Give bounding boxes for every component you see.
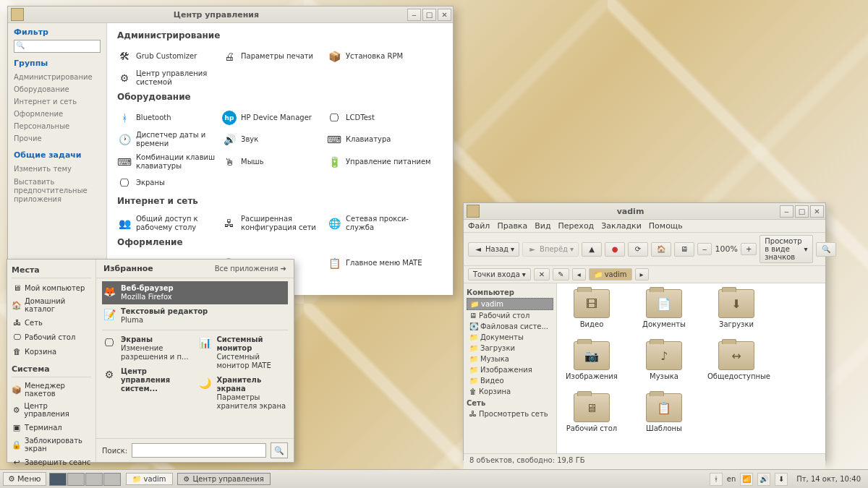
folder-downloads[interactable]: ⬇Загрузки (707, 289, 765, 328)
place-network[interactable]: 🖧Просмотреть сеть (467, 408, 553, 419)
menu-go[interactable]: Переход (558, 221, 595, 231)
cc-item-syscenter[interactable]: ⚙Центр управления системой (117, 69, 222, 86)
group-item[interactable]: Прочие (14, 132, 101, 145)
cc-item-sound[interactable]: 🔊Звук (222, 131, 327, 147)
folder-pictures[interactable]: 📷Изображения (563, 341, 621, 380)
workspace-switcher[interactable] (49, 473, 122, 486)
menu-file[interactable]: Файл (468, 221, 490, 231)
place-computer[interactable]: 🖥Мой компьютер (12, 281, 91, 295)
maximize-button[interactable]: □ (795, 205, 809, 218)
tray-bluetooth-icon[interactable]: ᚼ (710, 473, 723, 486)
cc-item-proxy[interactable]: 🌐Сетевая прокси-служба (327, 215, 432, 231)
folder-documents[interactable]: 📄Документы (635, 289, 693, 328)
view-mode-select[interactable]: Просмотр в виде значков ▾ (760, 235, 812, 263)
cc-item-mouse[interactable]: 🖱Мышь (222, 153, 327, 170)
folder-videos[interactable]: 🎞Видео (563, 289, 621, 328)
minimize-button[interactable]: ‒ (407, 9, 421, 21)
cc-item-main-menu[interactable]: 📋Главное меню MATE (327, 256, 432, 270)
back-button[interactable]: ◄Назад ▾ (468, 242, 519, 257)
place-home[interactable]: 🏠Домашний каталог (12, 295, 91, 315)
cc-item-net-config[interactable]: 🖧Расширенная конфигурация сети (222, 215, 327, 231)
group-item[interactable]: Оборудование (14, 83, 101, 95)
task-vadim[interactable]: 📁vadim (126, 473, 173, 485)
stop-button[interactable]: ● (605, 242, 625, 257)
clock[interactable]: Пт, 14 окт, 10:40 (792, 475, 865, 483)
place-trash[interactable]: 🗑Корзина (12, 344, 91, 359)
menu-button[interactable]: ⚙Меню (3, 472, 46, 486)
reload-button[interactable]: ⟳ (628, 242, 648, 257)
sys-lock[interactable]: 🔒Заблокировать экран (12, 435, 91, 455)
folder-templates[interactable]: 📋Шаблоны (635, 393, 693, 432)
sys-packages[interactable]: 📦Менеджер пакетов (12, 380, 91, 400)
computer-button[interactable]: 🖥 (674, 242, 694, 257)
workspace-4[interactable] (103, 473, 121, 486)
app-firefox[interactable]: 🦊 Веб-браузерMozilla Firefox (102, 281, 288, 304)
zoom-in-button[interactable]: + (741, 243, 757, 255)
zoom-out-button[interactable]: ‒ (697, 243, 712, 255)
fm-titlebar[interactable]: vadim ‒ □ ✕ (464, 203, 825, 220)
sys-control-center[interactable]: ⚙Центр управления (12, 400, 91, 420)
cc-item-desktop-sharing[interactable]: 👥Общий доступ к рабочему столу (117, 215, 222, 231)
app-system-center[interactable]: ⚙ Центр управления систем... (102, 364, 192, 396)
folder-public[interactable]: ↔Общедоступные (707, 341, 765, 380)
path-back-button[interactable]: ◂ (572, 268, 586, 281)
task-control-center[interactable]: ⚙Центр управления (177, 473, 271, 485)
cc-item-grub[interactable]: 🛠Grub Customizer (117, 49, 222, 64)
place-pictures[interactable]: 📁Изображения (467, 364, 553, 375)
place-videos[interactable]: 📁Видео (467, 375, 553, 386)
group-item[interactable]: Оформление (14, 108, 101, 120)
home-button[interactable]: 🏠 (651, 242, 671, 257)
close-button[interactable]: ✕ (810, 205, 824, 218)
app-system-monitor[interactable]: 📊 Системный мониторСистемный монитор MAT… (198, 333, 289, 373)
cc-item-print[interactable]: 🖨Параметры печати (222, 49, 327, 64)
place-trash[interactable]: 🗑Корзина (467, 386, 553, 397)
app-screensaver[interactable]: 🌙 Хранитель экранаПараметры хранителя эк… (198, 373, 289, 414)
cc-item-hp[interactable]: hpHP Device Manager (222, 111, 327, 125)
cc-item-lcd[interactable]: 🖵LCDTest (327, 111, 432, 125)
place-desktop[interactable]: 🖵Рабочий стол (12, 330, 91, 344)
cc-item-datetime[interactable]: 🕐Диспетчер даты и времени (117, 131, 222, 147)
place-home[interactable]: 📁vadim (467, 298, 553, 310)
tray-volume-icon[interactable]: 🔊 (757, 473, 770, 486)
folder-music[interactable]: ♪Музыка (635, 341, 693, 380)
place-music[interactable]: 📁Музыка (467, 354, 553, 364)
close-location-button[interactable]: ✕ (534, 268, 550, 281)
group-item[interactable]: Администрирование (14, 71, 101, 83)
place-network[interactable]: 🖧Сеть (12, 315, 91, 330)
place-filesystem[interactable]: 💽Файловая систе... (467, 321, 553, 332)
tray-update-icon[interactable]: ⬇ (775, 473, 788, 486)
place-desktop[interactable]: 🖥Рабочий стол (467, 310, 553, 321)
group-item[interactable]: Интернет и сеть (14, 95, 101, 108)
app-screens[interactable]: 🖵 ЭкраныИзменение разрешения и п... (102, 333, 192, 364)
path-forward-button[interactable]: ▸ (635, 268, 649, 281)
menu-search-button[interactable]: 🔍 (271, 442, 288, 458)
task-item[interactable]: Выставить предпочтительные приложения (14, 176, 101, 206)
workspace-1[interactable] (49, 473, 67, 486)
cc-item-keyboard[interactable]: ⌨Клавиатура (327, 131, 432, 147)
up-button[interactable]: ▲ (582, 242, 602, 257)
sys-terminal[interactable]: ▣Терминал (12, 420, 91, 435)
cc-item-shortcuts[interactable]: ⌨Комбинации клавиш клавиатуры (117, 153, 222, 170)
cc-item-bluetooth[interactable]: ᚼBluetooth (117, 111, 222, 125)
forward-button[interactable]: ►Вперёд ▾ (522, 242, 579, 257)
cc-titlebar[interactable]: Центр управления ‒ □ ✕ (8, 7, 453, 23)
place-documents[interactable]: 📁Документы (467, 332, 553, 343)
edit-location-button[interactable]: ✎ (553, 268, 569, 281)
menu-edit[interactable]: Правка (497, 221, 527, 231)
keyboard-layout[interactable]: en (727, 475, 736, 483)
location-select[interactable]: Точки входа ▾ (468, 268, 531, 281)
minimize-button[interactable]: ‒ (780, 205, 793, 218)
app-pluma[interactable]: 📝 Текстовый редакторPluma (102, 304, 288, 328)
menu-view[interactable]: Вид (535, 221, 550, 231)
place-downloads[interactable]: 📁Загрузки (467, 343, 553, 354)
tray-network-icon[interactable]: 📶 (740, 473, 753, 486)
search-button[interactable]: 🔍 (816, 242, 836, 257)
menu-search-input[interactable] (132, 443, 266, 458)
filter-input[interactable] (14, 40, 101, 53)
group-item[interactable]: Персональные (14, 120, 101, 132)
close-button[interactable]: ✕ (438, 9, 451, 21)
menu-bookmarks[interactable]: Закладки (601, 221, 642, 231)
cc-item-power[interactable]: 🔋Управление питанием (327, 153, 432, 170)
workspace-3[interactable] (85, 473, 103, 486)
breadcrumb-item[interactable]: 📁vadim (589, 268, 632, 281)
